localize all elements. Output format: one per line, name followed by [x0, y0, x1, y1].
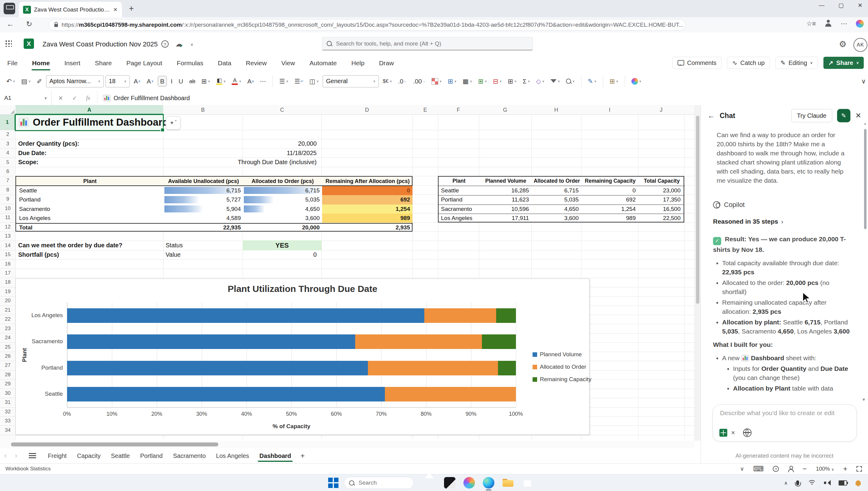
fullscreen-icon[interactable]	[857, 466, 862, 471]
sheet-tab-capacity[interactable]: Capacity	[72, 450, 106, 462]
capacity-planned-cell[interactable]: 16,285	[479, 186, 532, 195]
format-as-table-button[interactable]: ⊞∨	[445, 76, 459, 86]
more-font-options-button[interactable]: ⋯	[258, 76, 269, 86]
remaining-cell[interactable]: 989	[322, 214, 412, 223]
reasoning-summary[interactable]: Reasoned in 35 steps›	[713, 217, 850, 226]
row-header-32[interactable]: 32	[0, 407, 16, 416]
bold-button[interactable]: B	[158, 76, 167, 86]
info-label[interactable]: Due Date:	[18, 148, 46, 157]
row-header-17[interactable]: 17	[0, 268, 16, 278]
utilization-chart[interactable]: Plant Utilization Through Due Date0%10%2…	[16, 279, 590, 435]
new-chat-button[interactable]: ✎	[837, 109, 850, 122]
capacity-plant-cell[interactable]: Los Angeles	[441, 214, 479, 223]
capacity-total-cell[interactable]: 16,500	[639, 205, 684, 214]
browser-copilot-icon[interactable]	[856, 20, 864, 28]
row-header-24[interactable]: 24	[0, 333, 16, 342]
edge-browser-icon[interactable]	[483, 477, 494, 489]
window-minimize-icon[interactable]: —	[818, 2, 824, 9]
remaining-cell[interactable]: 692	[322, 195, 412, 204]
allocated-cell[interactable]: 4,650	[243, 205, 322, 214]
font-color-button[interactable]: A∨	[229, 76, 243, 87]
column-header-A[interactable]: A	[16, 105, 163, 115]
row-header-28[interactable]: 28	[0, 370, 16, 379]
vertical-scrollbar-thumb[interactable]	[696, 116, 700, 304]
capacity-allocated-cell[interactable]: 6,715	[532, 186, 582, 195]
notifications-icon[interactable]	[856, 481, 861, 485]
fill-color-button[interactable]: ◧∨	[214, 76, 228, 87]
row-header-31[interactable]: 31	[0, 398, 16, 407]
capacity-planned-cell[interactable]: 10,596	[479, 205, 532, 214]
menu-automate[interactable]: Automate	[309, 58, 338, 68]
menu-formulas[interactable]: Formulas	[176, 58, 204, 68]
row-header-25[interactable]: 25	[0, 342, 16, 351]
workbook-statistics-button[interactable]: Workbook Statistics	[5, 466, 51, 472]
wrap-text-button[interactable]: ☰↩	[292, 76, 305, 86]
remaining-cell[interactable]: 1,254	[322, 205, 412, 214]
row-header-19[interactable]: 19	[0, 287, 16, 296]
row-header-16[interactable]: 16	[0, 259, 16, 268]
row-header-9[interactable]: 9	[0, 195, 16, 204]
format-cells-button[interactable]: ⊞∨	[505, 76, 519, 86]
total-available-cell[interactable]: 22,935	[164, 223, 243, 232]
info-label[interactable]: Scope:	[18, 157, 38, 167]
menu-review[interactable]: Review	[245, 58, 268, 68]
row-header-4[interactable]: 4	[0, 148, 16, 157]
shortfall-label[interactable]: Shortfall (pcs)	[18, 250, 59, 259]
menu-share[interactable]: Share	[94, 58, 113, 68]
row-header-12[interactable]: 12	[0, 223, 16, 232]
comments-button[interactable]: Comments	[672, 57, 722, 69]
app-launcher-icon[interactable]	[5, 40, 12, 47]
row-header-23[interactable]: 23	[0, 324, 16, 333]
delete-cells-button[interactable]: ⊟∨	[491, 76, 504, 86]
menu-home[interactable]: Home	[32, 58, 50, 68]
shortfall-key[interactable]: Value	[165, 250, 181, 259]
ink-button[interactable]: ✎∨	[586, 76, 599, 86]
info-value[interactable]: 11/18/2025	[163, 148, 319, 157]
font-effects-button[interactable]: Aa	[245, 76, 256, 86]
capacity-remaining-cell[interactable]: 1,254	[582, 205, 639, 214]
vertical-scrollbar[interactable]	[694, 105, 701, 441]
refresh-icon[interactable]: ↻	[26, 20, 32, 28]
microphone-icon[interactable]	[796, 481, 799, 485]
row-header-2[interactable]: 2	[0, 130, 16, 139]
cell-styles-button[interactable]: ▦∨	[460, 76, 474, 86]
total-remaining-cell[interactable]: 2,935	[322, 223, 412, 232]
copilot-suggestion-button[interactable]: ✦✦	[166, 116, 181, 129]
sort-filter-button[interactable]: ∨	[548, 76, 562, 86]
capacity-planned-cell[interactable]: 11,623	[479, 195, 532, 204]
total-allocated-cell[interactable]: 20,000	[243, 223, 322, 232]
format-painter-button[interactable]: ✐	[35, 76, 44, 86]
currency-button[interactable]: $€∨	[381, 77, 394, 86]
chat-input-box[interactable]: ✕	[712, 405, 857, 441]
row-header-27[interactable]: 27	[0, 361, 16, 370]
row-header-8[interactable]: 8	[0, 185, 16, 195]
column-header-G[interactable]: G	[479, 105, 531, 115]
underline-button[interactable]: U	[177, 76, 185, 86]
tray-expand-icon[interactable]: ∧	[784, 480, 787, 486]
column-header-J[interactable]: J	[638, 105, 684, 115]
ribbon-collapse-button[interactable]: ∨	[859, 76, 868, 86]
available-cell[interactable]: 4,589	[164, 214, 243, 223]
autosave-cloud-icon[interactable]: ☁✓	[175, 40, 186, 48]
plant-cell[interactable]: Seattle	[19, 186, 159, 195]
favorites-hub-icon[interactable]: ☆≡	[806, 20, 816, 27]
row-header-10[interactable]: 10	[0, 204, 16, 213]
menu-file[interactable]: File	[7, 58, 18, 68]
remaining-cell[interactable]: 0	[322, 186, 412, 195]
row-header-14[interactable]: 14	[0, 241, 16, 250]
row-header-30[interactable]: 30	[0, 389, 16, 398]
keyboard-icon[interactable]: ⌨	[753, 465, 764, 473]
info-label[interactable]: Order Quantity (pcs):	[18, 139, 79, 148]
privacy-shield-icon[interactable]: ?	[161, 40, 168, 48]
shortfall-value[interactable]: 0	[243, 250, 319, 259]
taskbar-search-box[interactable]	[344, 477, 414, 489]
available-cell[interactable]: 5,904	[164, 205, 243, 214]
question-label[interactable]: Can we meet the order by due date?	[18, 241, 122, 250]
enter-icon[interactable]: ✓	[72, 95, 77, 102]
number-format-select[interactable]: General∨	[323, 75, 379, 87]
sheet-tab-dashboard[interactable]: Dashboard	[254, 450, 296, 462]
add-sheet-button[interactable]: +	[296, 452, 309, 460]
capacity-total-cell[interactable]: 17,350	[639, 195, 684, 204]
row-header-34[interactable]: 34	[0, 426, 16, 435]
selection-handle[interactable]	[160, 128, 165, 132]
